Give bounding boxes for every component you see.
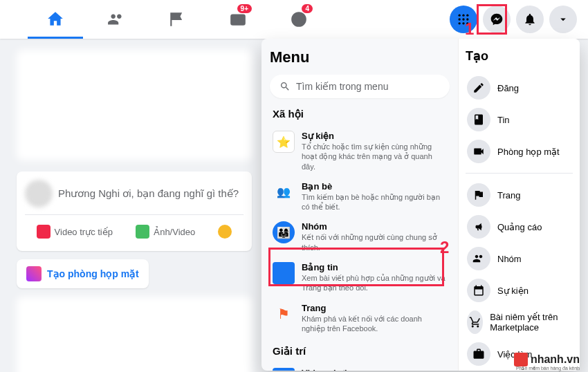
avatar[interactable] bbox=[25, 180, 53, 207]
watermark-icon bbox=[514, 353, 528, 366]
divider bbox=[466, 173, 573, 174]
create-marketplace[interactable]: Bài niêm yết trên Marketplace bbox=[466, 306, 573, 338]
svg-point-7 bbox=[459, 18, 461, 20]
calendar-create-icon bbox=[467, 279, 490, 302]
group-create-icon bbox=[467, 247, 490, 270]
ci-label: Tin bbox=[497, 115, 510, 125]
svg-point-5 bbox=[462, 15, 464, 17]
photo-label: Ảnh/Video bbox=[154, 227, 195, 237]
ci-label: Phòng họp mặt bbox=[497, 147, 560, 157]
create-room-button[interactable]: Tạo phòng họp mặt bbox=[17, 259, 149, 288]
mi-title: Video chơi game bbox=[302, 368, 447, 371]
friends-menu-icon: 👥 bbox=[273, 181, 295, 203]
cover-photo-area bbox=[17, 50, 252, 160]
composer-input[interactable]: Phương Nghi ơi, bạn đang nghĩ gì thế? bbox=[58, 187, 244, 200]
create-event[interactable]: Sự kiện bbox=[466, 275, 573, 306]
edit-icon bbox=[467, 76, 490, 100]
ci-label: Sự kiện bbox=[497, 286, 529, 296]
menu-left-column: Menu Tìm kiếm trong menu Xã hội ⭐ Sự kiệ… bbox=[261, 39, 458, 371]
mi-title: Trang bbox=[302, 303, 447, 313]
ci-label: Trang bbox=[497, 190, 520, 201]
create-ad[interactable]: Quảng cáo bbox=[466, 211, 573, 243]
watch-badge: 9+ bbox=[237, 4, 252, 13]
home-icon bbox=[46, 10, 64, 28]
menu-title: Menu bbox=[270, 48, 450, 66]
megaphone-icon bbox=[467, 215, 490, 239]
section-entertainment: Giải trí bbox=[273, 345, 447, 357]
photo-video-button[interactable]: Ảnh/Video bbox=[131, 221, 199, 243]
menu-right-column: Tạo Đăng Tin Phòng họp mặt Trang Quảng c… bbox=[458, 39, 580, 371]
svg-point-1 bbox=[292, 12, 306, 26]
friends-icon bbox=[107, 10, 125, 28]
mi-desc: Khám phá và kết nối với các doanh nghiệp… bbox=[302, 314, 447, 334]
briefcase-icon bbox=[467, 342, 490, 366]
highlight-menu-button bbox=[477, 4, 507, 35]
search-icon bbox=[279, 81, 291, 92]
pages-tab[interactable] bbox=[149, 0, 205, 39]
live-label: Video trực tiếp bbox=[55, 227, 113, 237]
create-page[interactable]: Trang bbox=[466, 179, 573, 211]
groups-menu-icon: 👨‍👩‍👧 bbox=[273, 221, 295, 243]
room-icon bbox=[26, 266, 42, 281]
camera-icon bbox=[37, 225, 50, 239]
menu-item-gaming-video[interactable]: G Video chơi gameXem, kết nối với những … bbox=[270, 363, 450, 371]
live-video-button[interactable]: Video trực tiếp bbox=[33, 221, 117, 243]
menu-panel: Menu Tìm kiếm trong menu Xã hội ⭐ Sự kiệ… bbox=[261, 39, 580, 371]
composer-top: Phương Nghi ơi, bạn đang nghĩ gì thế? bbox=[25, 180, 244, 215]
mi-desc: Tìm kiếm bạn bè hoặc những người bạn có … bbox=[302, 192, 447, 212]
section-social: Xã hội bbox=[273, 108, 447, 120]
svg-point-6 bbox=[466, 15, 468, 17]
bell-icon bbox=[523, 12, 537, 26]
groups-tab[interactable]: 4 bbox=[271, 0, 327, 39]
watch-tab[interactable]: 9+ bbox=[210, 0, 266, 39]
menu-search[interactable]: Tìm kiếm trong menu bbox=[270, 75, 450, 98]
feed-column: Phương Nghi ơi, bạn đang nghĩ gì thế? Vi… bbox=[17, 50, 252, 372]
mi-desc: Tổ chức hoặc tìm sự kiện cùng những hoạt… bbox=[302, 142, 447, 171]
ci-label: Nhóm bbox=[497, 254, 522, 264]
menu-item-events[interactable]: ⭐ Sự kiệnTổ chức hoặc tìm sự kiện cùng n… bbox=[270, 126, 450, 176]
svg-point-2 bbox=[295, 17, 298, 19]
home-tab[interactable] bbox=[28, 0, 83, 39]
calendar-icon: ⭐ bbox=[273, 131, 295, 153]
gaming-icon: G bbox=[273, 368, 295, 371]
ci-label: Đăng bbox=[497, 83, 519, 93]
groups-badge: 4 bbox=[302, 4, 313, 13]
create-post[interactable]: Đăng bbox=[466, 72, 573, 104]
friends-tab[interactable] bbox=[89, 0, 144, 39]
flag-menu-icon: ⚑ bbox=[273, 303, 295, 325]
watermark-brand: nhanh.vn bbox=[531, 353, 580, 366]
mi-title: Nhóm bbox=[302, 221, 447, 232]
flag-create-icon bbox=[467, 183, 490, 207]
create-room[interactable]: Phòng họp mặt bbox=[466, 136, 573, 167]
smile-icon bbox=[218, 225, 232, 239]
watermark: nhanh.vn Phần mềm bán hàng đa kênh bbox=[514, 353, 580, 366]
notifications-button[interactable] bbox=[516, 6, 544, 33]
flag-icon bbox=[168, 10, 186, 28]
svg-point-3 bbox=[300, 17, 302, 19]
feed-post bbox=[17, 297, 252, 372]
watermark-sub: Phần mềm bán hàng đa kênh bbox=[516, 366, 580, 371]
menu-item-pages[interactable]: ⚑ TrangKhám phá và kết nối với các doanh… bbox=[270, 298, 450, 339]
create-group[interactable]: Nhóm bbox=[466, 243, 573, 275]
mi-title: Sự kiện bbox=[302, 131, 447, 141]
mi-title: Bạn bè bbox=[302, 181, 447, 192]
search-placeholder: Tìm kiếm trong menu bbox=[296, 81, 388, 92]
menu-item-friends[interactable]: 👥 Bạn bèTìm kiếm bạn bè hoặc những người… bbox=[270, 176, 450, 217]
annotation-1: 1 bbox=[465, 19, 474, 39]
feeling-button[interactable] bbox=[214, 221, 236, 243]
highlight-trang-item bbox=[268, 248, 444, 286]
ci-label: Quảng cáo bbox=[497, 222, 542, 232]
book-icon bbox=[467, 108, 490, 131]
chevron-down-icon bbox=[557, 13, 569, 26]
cart-icon bbox=[467, 310, 483, 334]
ci-label: Bài niêm yết trên Marketplace bbox=[490, 312, 571, 333]
create-title: Tạo bbox=[466, 48, 573, 64]
nav-tabs: 9+ 4 bbox=[28, 0, 327, 39]
photo-icon bbox=[136, 225, 149, 239]
svg-point-4 bbox=[459, 15, 461, 17]
room-label: Tạo phòng họp mặt bbox=[47, 268, 139, 279]
video-icon bbox=[467, 140, 490, 163]
create-story[interactable]: Tin bbox=[466, 104, 573, 136]
account-button[interactable] bbox=[549, 6, 577, 33]
post-composer: Phương Nghi ơi, bạn đang nghĩ gì thế? Vi… bbox=[17, 171, 252, 251]
